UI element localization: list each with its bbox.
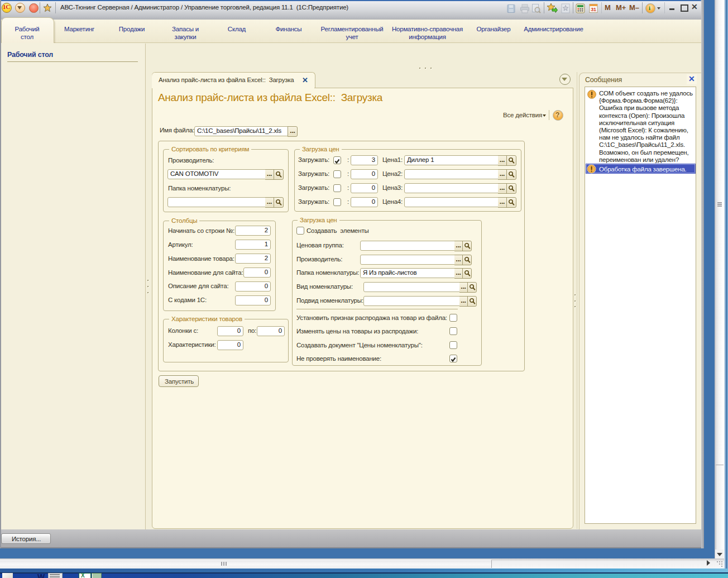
svg-text:31: 31	[591, 7, 596, 12]
